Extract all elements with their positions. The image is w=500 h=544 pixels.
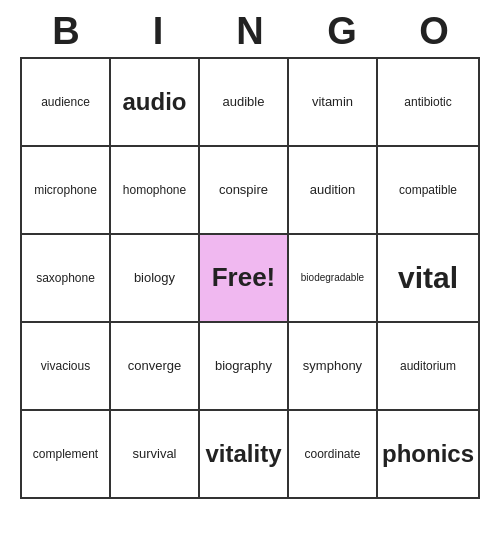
bingo-grid: audienceaudioaudiblevitaminantibioticmic… [20,57,480,499]
bingo-cell[interactable]: phonics [378,411,480,499]
header-letter: I [114,10,202,53]
bingo-cell[interactable]: audio [111,59,200,147]
bingo-cell[interactable]: survival [111,411,200,499]
bingo-cell[interactable]: coordinate [289,411,378,499]
header-letter: N [206,10,294,53]
bingo-cell[interactable]: vivacious [22,323,111,411]
bingo-cell[interactable]: symphony [289,323,378,411]
bingo-cell[interactable]: vital [378,235,480,323]
cell-text: audition [310,182,356,198]
cell-text: audible [223,94,265,110]
cell-text: survival [132,446,176,462]
cell-text: auditorium [400,359,456,373]
header-letter: O [390,10,478,53]
cell-text: antibiotic [404,95,451,109]
bingo-cell[interactable]: compatible [378,147,480,235]
bingo-cell[interactable]: complement [22,411,111,499]
bingo-cell[interactable]: vitamin [289,59,378,147]
bingo-cell[interactable]: vitality [200,411,289,499]
bingo-cell[interactable]: saxophone [22,235,111,323]
bingo-cell[interactable]: biography [200,323,289,411]
cell-text: audience [41,95,90,109]
cell-text: Free! [212,262,276,293]
cell-text: symphony [303,358,362,374]
cell-text: vivacious [41,359,90,373]
bingo-cell[interactable]: audition [289,147,378,235]
cell-text: saxophone [36,271,95,285]
cell-text: conspire [219,182,268,198]
cell-text: biography [215,358,272,374]
bingo-cell[interactable]: auditorium [378,323,480,411]
header-letter: G [298,10,386,53]
cell-text: audio [122,88,186,117]
header-letter: B [22,10,110,53]
cell-text: vitality [205,440,281,469]
bingo-cell[interactable]: conspire [200,147,289,235]
bingo-cell[interactable]: biology [111,235,200,323]
bingo-cell[interactable]: homophone [111,147,200,235]
bingo-cell[interactable]: antibiotic [378,59,480,147]
bingo-cell[interactable]: converge [111,323,200,411]
cell-text: vitamin [312,94,353,110]
bingo-header: BINGO [20,10,480,53]
bingo-cell[interactable]: microphone [22,147,111,235]
cell-text: homophone [123,183,186,197]
bingo-cell[interactable]: audible [200,59,289,147]
cell-text: phonics [382,440,474,469]
bingo-cell[interactable]: audience [22,59,111,147]
cell-text: compatible [399,183,457,197]
cell-text: coordinate [304,447,360,461]
cell-text: complement [33,447,98,461]
bingo-cell[interactable]: Free! [200,235,289,323]
cell-text: converge [128,358,181,374]
cell-text: vital [398,260,458,296]
cell-text: biodegradable [301,272,364,284]
cell-text: biology [134,270,175,286]
cell-text: microphone [34,183,97,197]
bingo-cell[interactable]: biodegradable [289,235,378,323]
